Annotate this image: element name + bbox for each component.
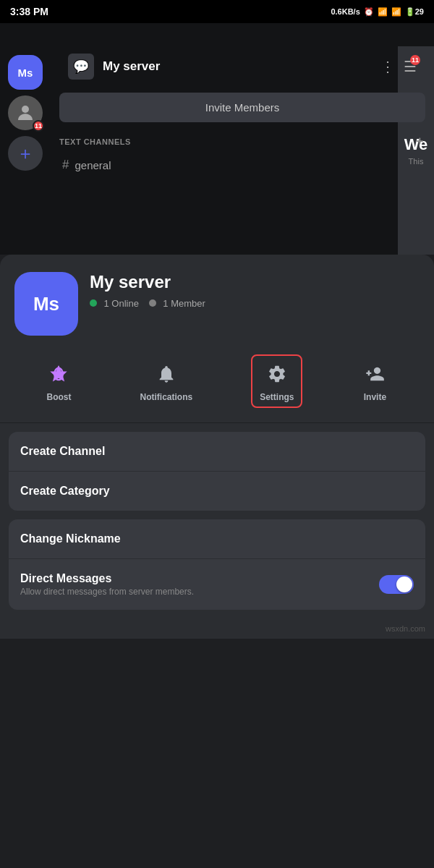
settings-icon [263,360,291,388]
top-nav: 💬 My server ⋮ ☰ 11 [59,46,425,87]
direct-messages-subtitle: Allow direct messages from server member… [20,587,379,597]
svg-point-0 [22,106,29,113]
user-avatar-small: 11 [8,95,43,130]
add-server-button[interactable]: ＋ [8,136,43,171]
background-panel: Ms 11 ＋ 💬 My server ⋮ ☰ 11 Invite Member… [0,23,434,255]
change-nickname-item[interactable]: Change Nickname [9,519,425,558]
network-speed: 0.6KB/s [331,7,359,16]
create-channel-label: Create Channel [20,445,105,458]
user-icon [14,102,36,124]
online-count: 1 Online [103,298,138,309]
signal-icon: 📶 [378,7,388,17]
server-info: My server 1 Online 1 Member [90,272,420,310]
sidebar-strip: Ms 11 ＋ [0,46,51,255]
boost-icon [45,360,72,388]
direct-messages-toggle[interactable] [379,575,414,594]
chat-icon: 💬 [68,54,94,80]
invite-members-button[interactable]: Invite Members [59,93,425,122]
menu-section-2: Change Nickname Direct Messages Allow di… [9,519,425,610]
channels-section-label: TEXT CHANNELS [59,137,131,146]
bottom-sheet: Ms My server 1 Online 1 Member [0,255,434,639]
member-stat: 1 Member [149,297,205,310]
direct-messages-item[interactable]: Direct Messages Allow direct messages fr… [9,558,425,610]
server-title: My server [90,272,420,292]
channels-header: TEXT CHANNELS ＋ [59,131,425,152]
menu-section-1: Create Channel Create Category [9,432,425,511]
invite-icon [361,360,388,388]
hamburger-menu-icon[interactable]: ☰ 11 [404,58,417,75]
channel-name: general [75,159,111,171]
invite-button[interactable]: Invite [352,354,397,408]
channel-item-general[interactable]: # general [59,152,425,178]
notifications-button[interactable]: Notifications [131,354,201,408]
create-category-label: Create Category [20,485,110,498]
server-avatar-small: Ms [8,55,43,90]
member-count: 1 Member [163,298,205,309]
direct-messages-left: Direct Messages Allow direct messages fr… [20,572,379,597]
boost-button[interactable]: Boost [36,354,81,408]
status-bar: 3:38 PM 0.6KB/s ⏰ 📶 📶 🔋29 [0,0,434,23]
change-nickname-label: Change Nickname [20,532,121,545]
more-options-icon[interactable]: ⋮ [380,58,395,75]
menu-badge: 11 [410,55,420,65]
hash-icon: # [62,158,69,172]
server-stats: 1 Online 1 Member [90,297,420,310]
wifi-icon: 📶 [391,7,401,17]
server-avatar-large: Ms [14,272,78,336]
status-right-icons: 0.6KB/s ⏰ 📶 📶 🔋29 [331,7,424,17]
notifications-icon [153,360,180,388]
status-time: 3:38 PM [10,6,48,17]
notification-badge: 11 [33,120,44,132]
add-channel-icon[interactable]: ＋ [414,134,426,149]
server-name-nav: My server [103,59,372,74]
watermark: wsxdn.com [0,618,434,639]
create-category-item[interactable]: Create Category [9,471,425,511]
channel-panel: 💬 My server ⋮ ☰ 11 Invite Members TEXT C… [51,46,434,255]
online-dot [90,299,97,307]
member-dot [149,299,156,307]
toggle-knob [396,576,412,592]
boost-label: Boost [46,392,71,402]
clock-icon: ⏰ [364,7,374,17]
notifications-label: Notifications [140,392,192,402]
settings-label: Settings [260,392,294,402]
invite-label: Invite [364,392,386,402]
direct-messages-label: Direct Messages [20,572,379,585]
settings-button[interactable]: Settings [251,354,302,408]
battery-icon: 🔋29 [405,7,424,17]
online-stat: 1 Online [90,297,139,310]
create-channel-item[interactable]: Create Channel [9,432,425,471]
server-header: Ms My server 1 Online 1 Member [0,255,434,347]
action-row: Boost Notifications Settings [0,347,434,423]
